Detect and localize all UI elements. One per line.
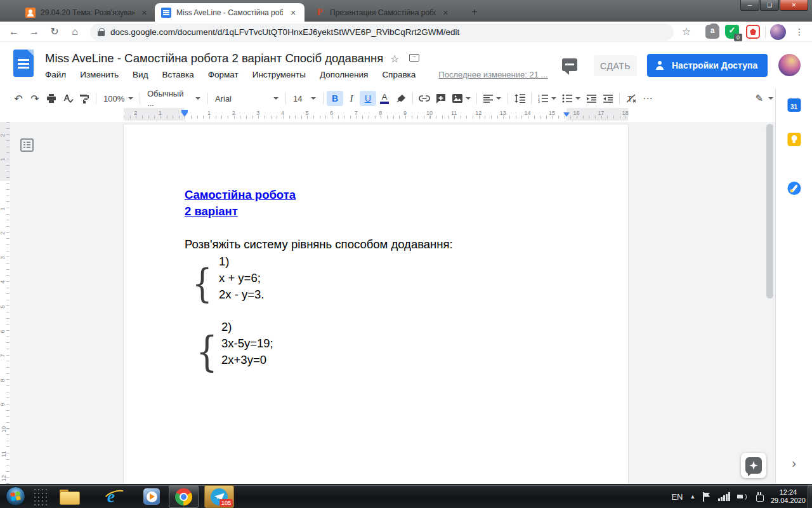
system2-eq1[interactable]: 3x-5y=19; <box>221 337 273 351</box>
system1-eq2[interactable]: 2x - y=3. <box>219 288 264 302</box>
bookmark-star-icon[interactable]: ☆ <box>679 24 694 39</box>
back-icon[interactable]: ← <box>6 24 22 39</box>
insert-link-icon[interactable] <box>416 91 433 106</box>
menu-item-5[interactable]: Инструменты <box>252 70 306 79</box>
tab-close-icon[interactable]: ✕ <box>288 8 298 18</box>
paragraph-style-select[interactable]: Обычный ... <box>143 91 204 106</box>
document-page[interactable]: Самостійна робота 2 варіант Розв'яжіть с… <box>124 124 628 484</box>
tab-close-icon[interactable]: ✕ <box>441 8 450 18</box>
browser-menu-icon[interactable]: ⋮ <box>792 24 807 39</box>
clock[interactable]: 12:24 29.04.2020 <box>771 488 806 505</box>
undo-icon[interactable]: ↶ <box>10 91 27 106</box>
italic-button[interactable]: I <box>343 91 360 106</box>
close-button[interactable]: ✕ <box>780 0 808 11</box>
new-tab-button[interactable]: + <box>466 4 483 20</box>
vertical-ruler[interactable]: 21123456789101112 <box>0 122 10 484</box>
highlight-color-icon[interactable] <box>393 91 409 106</box>
bold-button[interactable]: B <box>327 91 343 106</box>
tab-close-icon[interactable]: ✕ <box>140 8 148 18</box>
document-canvas[interactable]: 21123456789101112 Самостійна робота 2 ва… <box>0 122 775 484</box>
redo-icon[interactable]: ↷ <box>27 91 43 106</box>
decrease-indent-icon[interactable] <box>583 91 599 106</box>
submit-button[interactable]: СДАТЬ <box>594 55 637 76</box>
home-icon[interactable]: ⌂ <box>67 24 82 39</box>
chrome-taskbar-button[interactable] <box>169 485 199 508</box>
power-plug-icon[interactable] <box>755 492 764 502</box>
right-margin-marker[interactable] <box>563 112 570 117</box>
star-document-icon[interactable]: ☆ <box>390 53 399 65</box>
calendar-icon[interactable]: 31 <box>787 98 801 112</box>
expand-panel-icon[interactable]: › <box>792 456 796 471</box>
doc-task-text[interactable]: Розв'яжіть систему рівнянь способом дода… <box>185 237 453 251</box>
more-options-icon[interactable]: ⋯ <box>639 91 656 106</box>
doc-heading-1[interactable]: Самостійна робота <box>185 188 296 202</box>
telegram-taskbar-button[interactable]: 105 <box>204 485 234 508</box>
maximize-button[interactable]: ❏ <box>760 0 779 11</box>
menu-item-3[interactable]: Вставка <box>162 70 194 79</box>
bulleted-list-icon[interactable] <box>559 91 583 106</box>
volume-icon[interactable] <box>737 492 748 501</box>
menu-item-4[interactable]: Формат <box>208 70 239 79</box>
tab-docs-active[interactable]: Miss AveLine - Самостійна робо ✕ <box>155 3 304 22</box>
file-explorer-button[interactable] <box>58 486 80 507</box>
media-player-button[interactable] <box>141 486 162 507</box>
tab-presentation[interactable]: P Презентация Самостійна робот ✕ <box>308 3 455 22</box>
left-margin-marker[interactable] <box>181 112 188 117</box>
menu-item-0[interactable]: Файл <box>45 70 66 79</box>
increase-indent-icon[interactable] <box>599 91 616 106</box>
paint-format-icon[interactable] <box>76 91 93 106</box>
clear-formatting-icon[interactable]: T <box>623 91 639 106</box>
browser-profile-avatar[interactable] <box>770 24 786 40</box>
shopping-extension-icon[interactable] <box>705 25 719 39</box>
url-text[interactable]: docs.google.com/document/d/1qLFvTvcUtQT0… <box>110 27 459 37</box>
explore-button[interactable] <box>741 453 766 478</box>
zoom-select[interactable]: 100% <box>100 91 136 106</box>
network-signal-icon[interactable] <box>718 492 730 501</box>
spellcheck-icon[interactable] <box>60 91 76 106</box>
menu-item-1[interactable]: Изменить <box>80 70 119 79</box>
reload-icon[interactable]: ↻ <box>47 24 62 39</box>
language-indicator[interactable]: EN <box>671 492 683 502</box>
editing-mode-select[interactable]: ✎ <box>751 91 777 106</box>
text-color-button[interactable]: A <box>376 91 393 106</box>
horizontal-ruler[interactable]: 21123456789101112131415161718 <box>0 108 775 122</box>
system2-eq2[interactable]: 2x+3y=0 <box>221 353 266 367</box>
align-icon[interactable] <box>480 91 504 106</box>
font-family-select[interactable]: Arial <box>211 91 282 106</box>
google-docs-logo-icon[interactable] <box>13 50 34 77</box>
menu-item-6[interactable]: Дополнения <box>320 70 368 79</box>
action-center-flag-icon[interactable] <box>702 492 711 502</box>
print-icon[interactable] <box>43 91 60 106</box>
vertical-scrollbar[interactable] <box>766 124 773 298</box>
hidden-icons-caret[interactable]: ▲ <box>690 493 696 500</box>
numbered-list-icon[interactable]: 123 <box>535 91 559 106</box>
menu-item-2[interactable]: Вид <box>133 70 148 79</box>
doc-heading-2[interactable]: 2 варіант <box>185 204 238 218</box>
antivirus-extension-icon[interactable]: 0 <box>725 25 739 39</box>
tab-classroom[interactable]: 29.04.20 Тема: Розв'язування за ✕ <box>19 3 154 22</box>
menu-item-7[interactable]: Справка <box>382 70 416 79</box>
last-edit-link[interactable]: Последнее изменение: 21 ... <box>438 70 547 79</box>
document-title[interactable]: Miss AveLine - Самостійна робота 2 варіа… <box>45 51 383 65</box>
move-to-folder-icon[interactable] <box>409 54 419 62</box>
address-bar[interactable]: docs.google.com/document/d/1qLFvTvcUtQT0… <box>90 23 674 41</box>
share-button[interactable]: Настройки Доступа <box>647 54 768 77</box>
comments-icon[interactable] <box>562 58 577 71</box>
internet-explorer-button[interactable]: e <box>100 486 122 507</box>
minimize-button[interactable]: ─ <box>740 0 759 11</box>
font-size-select[interactable]: 14 <box>289 91 320 106</box>
document-outline-icon[interactable] <box>20 138 34 152</box>
system1-label[interactable]: 1) <box>219 255 229 269</box>
account-avatar[interactable] <box>778 54 801 76</box>
red-extension-icon[interactable] <box>746 25 760 39</box>
start-button[interactable] <box>6 486 25 506</box>
underline-button[interactable]: U <box>360 91 376 106</box>
system2-label[interactable]: 2) <box>221 320 232 334</box>
show-desktop-button[interactable] <box>808 485 812 508</box>
keep-notes-icon[interactable] <box>787 133 801 146</box>
tasks-icon[interactable] <box>787 182 801 195</box>
system1-eq1[interactable]: x + y=6; <box>219 271 261 285</box>
insert-image-icon[interactable] <box>449 91 473 106</box>
add-comment-icon[interactable] <box>433 91 449 106</box>
line-spacing-icon[interactable] <box>511 91 528 106</box>
